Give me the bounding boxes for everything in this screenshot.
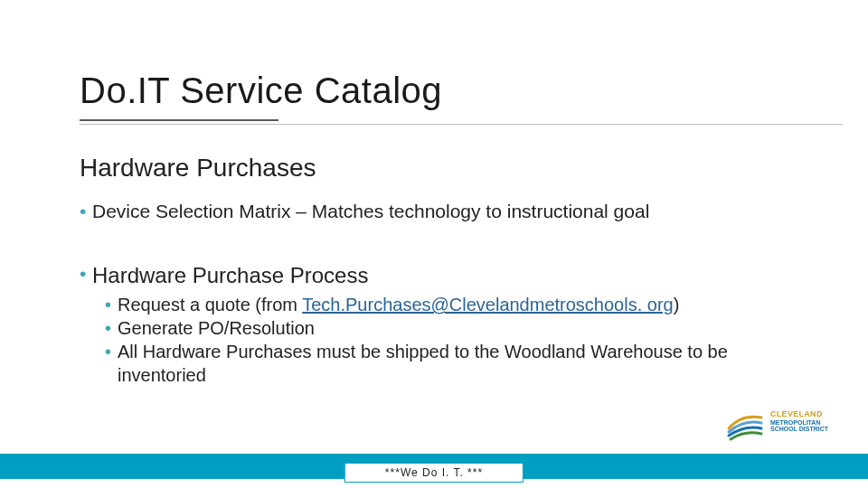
logo-text: CLEVELAND METROPOLITAN SCHOOL DISTRICT	[770, 410, 828, 432]
bullet-text-prefix: Request a quote (from	[118, 295, 302, 314]
swirl-icon	[725, 401, 765, 441]
list-item: All Hardware Purchases must be shipped t…	[92, 340, 805, 387]
list-item: Hardware Purchase Process Request a quot…	[80, 261, 805, 387]
list-item: Device Selection Matrix – Matches techno…	[80, 199, 805, 223]
content-body: Hardware Purchases Device Selection Matr…	[80, 154, 805, 392]
bullet-list-level1: Device Selection Matrix – Matches techno…	[80, 199, 805, 387]
district-logo: CLEVELAND METROPOLITAN SCHOOL DISTRICT	[725, 394, 843, 448]
slide: Do.IT Service Catalog Hardware Purchases…	[0, 0, 868, 488]
logo-line1: CLEVELAND	[770, 410, 828, 418]
slide-title: Do.IT Service Catalog	[80, 70, 442, 117]
bullet-list-level2: Request a quote (from Tech.Purchases@Cle…	[92, 293, 805, 387]
bullet-text: All Hardware Purchases must be shipped t…	[118, 342, 728, 385]
bullet-text: Generate PO/Resolution	[118, 318, 315, 338]
title-underline-dark	[80, 119, 278, 121]
logo-line2: METROPOLITAN	[770, 419, 828, 426]
email-link[interactable]: Tech.Purchases@Clevelandmetroschools. or…	[302, 295, 674, 314]
title-area: Do.IT Service Catalog	[0, 0, 868, 117]
bullet-text: Device Selection Matrix – Matches techno…	[92, 201, 649, 221]
bullet-text: Hardware Purchase Process	[92, 263, 368, 287]
logo-line3: SCHOOL DISTRICT	[770, 426, 828, 432]
content-subtitle: Hardware Purchases	[80, 154, 805, 183]
list-item: Request a quote (from Tech.Purchases@Cle…	[92, 293, 805, 316]
bullet-text-suffix: )	[674, 295, 680, 314]
list-item: Generate PO/Resolution	[92, 316, 805, 340]
title-underline-light	[80, 124, 843, 125]
tagline: ***We Do I. T. ***	[344, 463, 524, 483]
